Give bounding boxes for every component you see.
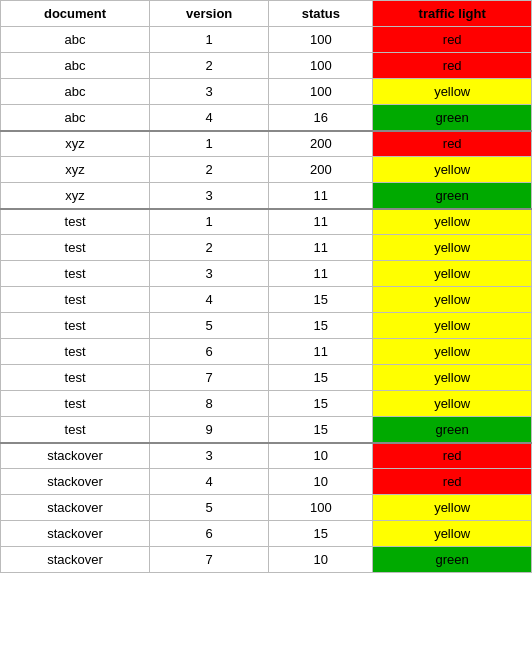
cell-version: 6 [150, 521, 269, 547]
table-row: test515yellow [1, 313, 532, 339]
cell-document: xyz [1, 157, 150, 183]
cell-traffic-light: green [373, 417, 532, 443]
cell-version: 7 [150, 547, 269, 573]
table-row: test311yellow [1, 261, 532, 287]
cell-status: 100 [269, 79, 373, 105]
cell-document: test [1, 313, 150, 339]
cell-version: 3 [150, 261, 269, 287]
table-row: stackover310red [1, 443, 532, 469]
col-document: document [1, 1, 150, 27]
cell-status: 10 [269, 443, 373, 469]
table-row: xyz2200yellow [1, 157, 532, 183]
cell-document: test [1, 209, 150, 235]
table-row: stackover710green [1, 547, 532, 573]
cell-document: abc [1, 105, 150, 131]
table-row: test211yellow [1, 235, 532, 261]
cell-traffic-light: yellow [373, 313, 532, 339]
cell-version: 4 [150, 469, 269, 495]
cell-traffic-light: red [373, 443, 532, 469]
table-row: abc2100red [1, 53, 532, 79]
cell-status: 11 [269, 261, 373, 287]
cell-status: 11 [269, 339, 373, 365]
cell-version: 2 [150, 157, 269, 183]
header-row: document version status traffic light [1, 1, 532, 27]
cell-document: stackover [1, 521, 150, 547]
cell-traffic-light: red [373, 469, 532, 495]
cell-status: 11 [269, 183, 373, 209]
cell-document: test [1, 339, 150, 365]
table-row: test111yellow [1, 209, 532, 235]
cell-document: test [1, 235, 150, 261]
cell-version: 2 [150, 53, 269, 79]
table-row: xyz1200red [1, 131, 532, 157]
cell-document: test [1, 391, 150, 417]
cell-document: abc [1, 27, 150, 53]
cell-status: 16 [269, 105, 373, 131]
table-row: abc1100red [1, 27, 532, 53]
cell-document: test [1, 261, 150, 287]
cell-status: 15 [269, 391, 373, 417]
cell-traffic-light: yellow [373, 79, 532, 105]
cell-traffic-light: red [373, 27, 532, 53]
cell-version: 3 [150, 183, 269, 209]
cell-document: stackover [1, 547, 150, 573]
cell-status: 200 [269, 157, 373, 183]
cell-status: 15 [269, 417, 373, 443]
cell-traffic-light: green [373, 105, 532, 131]
cell-status: 10 [269, 547, 373, 573]
cell-version: 9 [150, 417, 269, 443]
cell-traffic-light: yellow [373, 157, 532, 183]
col-traffic-light: traffic light [373, 1, 532, 27]
cell-version: 1 [150, 209, 269, 235]
table-row: test415yellow [1, 287, 532, 313]
table-row: abc3100yellow [1, 79, 532, 105]
cell-status: 10 [269, 469, 373, 495]
cell-traffic-light: yellow [373, 339, 532, 365]
cell-traffic-light: yellow [373, 261, 532, 287]
cell-traffic-light: yellow [373, 365, 532, 391]
col-status: status [269, 1, 373, 27]
table-row: abc416green [1, 105, 532, 131]
cell-version: 1 [150, 131, 269, 157]
cell-status: 100 [269, 53, 373, 79]
table-row: xyz311green [1, 183, 532, 209]
cell-version: 5 [150, 495, 269, 521]
cell-version: 8 [150, 391, 269, 417]
cell-traffic-light: yellow [373, 521, 532, 547]
cell-version: 2 [150, 235, 269, 261]
table-row: stackover615yellow [1, 521, 532, 547]
cell-document: xyz [1, 183, 150, 209]
cell-document: stackover [1, 495, 150, 521]
cell-traffic-light: yellow [373, 287, 532, 313]
cell-status: 15 [269, 287, 373, 313]
cell-traffic-light: yellow [373, 235, 532, 261]
cell-status: 15 [269, 521, 373, 547]
table-row: test611yellow [1, 339, 532, 365]
cell-document: abc [1, 79, 150, 105]
cell-traffic-light: red [373, 53, 532, 79]
cell-status: 100 [269, 27, 373, 53]
cell-traffic-light: red [373, 131, 532, 157]
cell-traffic-light: yellow [373, 209, 532, 235]
cell-version: 5 [150, 313, 269, 339]
data-table: document version status traffic light ab… [0, 0, 532, 573]
cell-traffic-light: green [373, 547, 532, 573]
table-row: test715yellow [1, 365, 532, 391]
cell-document: test [1, 287, 150, 313]
table-row: test915green [1, 417, 532, 443]
table-row: test815yellow [1, 391, 532, 417]
cell-version: 3 [150, 443, 269, 469]
cell-version: 7 [150, 365, 269, 391]
cell-document: test [1, 365, 150, 391]
cell-document: abc [1, 53, 150, 79]
cell-document: stackover [1, 469, 150, 495]
cell-version: 6 [150, 339, 269, 365]
table-row: stackover410red [1, 469, 532, 495]
cell-traffic-light: yellow [373, 495, 532, 521]
table-row: stackover5100yellow [1, 495, 532, 521]
cell-status: 11 [269, 209, 373, 235]
cell-status: 100 [269, 495, 373, 521]
cell-status: 15 [269, 313, 373, 339]
cell-version: 4 [150, 287, 269, 313]
cell-document: stackover [1, 443, 150, 469]
